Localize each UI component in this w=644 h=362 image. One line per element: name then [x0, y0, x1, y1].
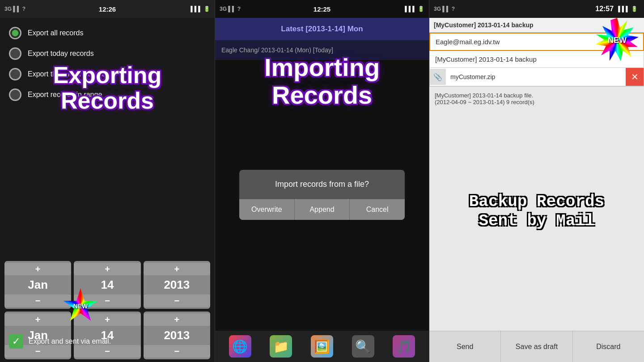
sb-left-icons-2: 3G ▌▌ ? — [220, 6, 241, 12]
import-dialog: Import records from a file? Overwrite Ap… — [239, 170, 405, 220]
status-time-2: 12:25 — [314, 5, 330, 13]
dialog-message: Import records from a file? — [239, 170, 405, 199]
dialog-buttons-row: Overwrite Append Cancel — [239, 199, 405, 220]
month-up-2[interactable]: + — [4, 313, 71, 326]
overwrite-button[interactable]: Overwrite — [239, 199, 295, 220]
sb-right-icons-1: ▌▌▌ 🔋 — [191, 6, 210, 12]
panel-backup: 3G ▌▌ ? 12:57 ▌▌▌ 🔋 [MyCustomer] 2013-01… — [429, 0, 644, 362]
attachment-name: myCustomer.zip — [446, 70, 626, 84]
bottom-nav: 🌐 📁 🖼️ 🔍 🎵 — [215, 331, 429, 362]
year-picker-1[interactable]: + 2013 − — [144, 261, 210, 309]
month-val-1: Jan — [28, 275, 48, 295]
radio-circle-all[interactable] — [9, 27, 21, 39]
sub-header-text: Eagle Chang/ 2013-01-14 (Mon) [Today] — [221, 46, 333, 54]
bottom-action-bar: Send Save as draft Discard — [429, 331, 644, 362]
year-up-2[interactable]: + — [144, 313, 210, 326]
radio-label-all: Export all records — [28, 29, 84, 37]
attachment-row: 📎 myCustomer.zip ✕ — [429, 68, 644, 86]
email-header-title: [MyCustomer] 2013-01-14 backup — [434, 21, 534, 29]
radio-export-range[interactable]: Export records in range — [9, 88, 206, 101]
radio-circle-range[interactable] — [9, 88, 21, 101]
nav-icon-gallery[interactable]: 🖼️ — [311, 335, 333, 358]
radio-circle-today[interactable] — [9, 47, 21, 60]
to-value: Eagle@mail.eg.idv.tw — [436, 38, 500, 46]
email-body[interactable]: [MyCustomer] 2013-01-14 backup file.(201… — [429, 86, 644, 331]
year-down-1[interactable]: − — [144, 295, 210, 307]
body-text: [MyCustomer] 2013-01-14 backup file.(201… — [435, 92, 534, 105]
year-up-1[interactable]: + — [144, 263, 210, 275]
tab-bar: Latest [2013-1-14] Mon — [215, 18, 429, 40]
sub-header: Eagle Chang/ 2013-01-14 (Mon) [Today] — [215, 40, 429, 60]
radio-export-today[interactable]: Export today records — [9, 47, 206, 60]
sb-right-icons-2: ▌▌▌ 🔋 — [405, 6, 424, 12]
export-email-checkbox[interactable]: ✓ Export and sent via email. — [9, 334, 111, 353]
send-button[interactable]: Send — [429, 331, 501, 362]
radio-label-today: Export today records — [28, 50, 94, 58]
starburst-icon-3: NEW — [595, 18, 640, 63]
year-down-2[interactable]: − — [144, 345, 210, 358]
sb-right-3: ▌▌▌ 🔋 — [618, 6, 638, 12]
year-val-2: 2013 — [164, 326, 190, 345]
radio-label-range: Export records in range — [28, 91, 102, 99]
status-bar-panel2: 3G ▌▌ ? 12:25 ▌▌▌ 🔋 — [215, 0, 429, 18]
month-down-1[interactable]: − — [4, 295, 71, 307]
remove-attachment-button[interactable]: ✕ — [626, 68, 644, 86]
radio-options-group: Export all records Export today records … — [0, 18, 215, 105]
month-up-1[interactable]: + — [4, 263, 71, 275]
year-val-1: 2013 — [164, 275, 190, 295]
day-val-1: 14 — [101, 275, 114, 295]
export-email-label: Export and sent via email. — [29, 337, 111, 345]
importing-big-label: Importing Records — [237, 54, 407, 109]
checkmark-icon[interactable]: ✓ — [9, 334, 23, 349]
radio-export-all[interactable]: Export all records — [9, 27, 206, 39]
day-up-1[interactable]: + — [74, 263, 140, 275]
new-badge-panel1: NEW — [63, 288, 98, 324]
year-picker-2[interactable]: + 2013 − — [144, 311, 210, 359]
radio-label-month: Export this month records — [28, 70, 109, 78]
save-as-draft-button[interactable]: Save as draft — [501, 331, 572, 362]
status-bar-panel1: 3G ▌▌ ? 12:26 ▌▌▌ 🔋 — [0, 0, 215, 18]
discard-button[interactable]: Discard — [573, 331, 644, 362]
subject-value: [MyCustomer] 2013-01-14 backup — [435, 55, 537, 63]
attachment-icon: 📎 — [430, 69, 446, 85]
sb-left-icons: 3G ▌▌ ? — [4, 6, 25, 12]
radio-circle-month[interactable] — [9, 68, 21, 80]
nav-icon-folder[interactable]: 📁 — [270, 335, 292, 358]
panel-importing: 3G ▌▌ ? 12:25 ▌▌▌ 🔋 Latest [2013-1-14] M… — [215, 0, 429, 362]
date-row-1: + Jan − + 14 − + 2013 − — [4, 261, 210, 309]
tab-title: Latest [2013-1-14] Mon — [281, 25, 363, 34]
status-bar-panel3: 3G ▌▌ ? 12:57 ▌▌▌ 🔋 — [429, 0, 644, 18]
cancel-button[interactable]: Cancel — [350, 199, 405, 220]
new-badge-starburst-1: NEW — [63, 288, 98, 324]
panel-exporting: 3G ▌▌ ? 12:26 ▌▌▌ 🔋 Export all records E… — [0, 0, 215, 362]
status-time-3: 12:57 — [595, 5, 614, 13]
nav-icon-search[interactable]: 🔍 — [352, 335, 374, 358]
nav-icon-music[interactable]: 🎵 — [393, 335, 415, 358]
new-badge-panel3: NEW — [595, 18, 640, 63]
sb-left-3: 3G ▌▌ ? — [434, 6, 455, 12]
nav-icon-globe[interactable]: 🌐 — [229, 335, 251, 358]
radio-export-month[interactable]: Export this month records — [9, 68, 206, 80]
month-picker-1[interactable]: + Jan − — [4, 261, 71, 309]
status-time-1: 12:26 — [99, 5, 116, 13]
append-button[interactable]: Append — [295, 199, 350, 220]
